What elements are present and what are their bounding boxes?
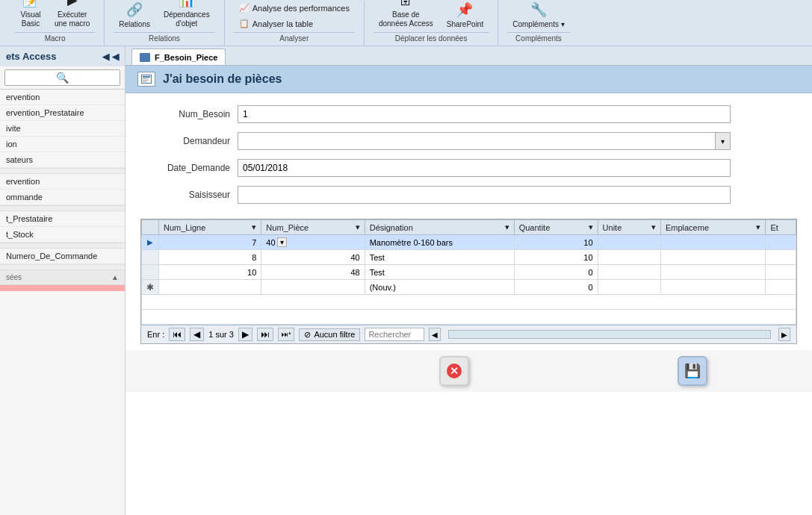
cell-unite-new[interactable] [598, 280, 660, 295]
cell-num-piece-2[interactable]: 40 [261, 250, 365, 265]
executer-macro-button[interactable]: ▶ Exécuterune macro [49, 0, 95, 31]
cell-extra-1[interactable] [766, 235, 796, 250]
nav-first-btn[interactable]: ⏮ [169, 328, 185, 341]
cell-unite-2[interactable] [598, 250, 660, 265]
sidebar-item-ivite[interactable]: ivite [0, 121, 125, 137]
complements-button[interactable]: 🔧 Compléments ▾ [507, 0, 569, 31]
base-access-button[interactable]: 🗄 Base dedonnées Access [374, 0, 438, 31]
nav-scroll-right-btn[interactable]: ▶ [778, 328, 790, 341]
sidebar-item-numero-commande[interactable]: Numero_De_Commande [0, 249, 125, 264]
cell-num-ligne-3[interactable]: 10 [159, 265, 261, 280]
th-quantite[interactable]: Quantite▾ [514, 220, 598, 235]
table-body: ▶ 7 40 ▾ Manomètre 0-160 bars 10 [142, 235, 796, 325]
dependances-button[interactable]: 📊 Dépendancesd'objet [158, 0, 215, 31]
ribbon-deplacer-group: 🗄 Base dedonnées Access 📌 SharePoint Dép… [365, 0, 498, 46]
cell-unite-1[interactable] [598, 235, 660, 250]
relations-label: Relations [119, 20, 150, 28]
cell-unite-3[interactable] [598, 265, 660, 280]
tab-bar: F_Besoin_Piece [125, 46, 812, 66]
cell-extra-3[interactable] [766, 265, 796, 280]
cell-quantite-3[interactable]: 0 [514, 265, 598, 280]
cancel-button[interactable]: ✕ [439, 356, 469, 386]
sidebar-search-input[interactable] [4, 69, 120, 86]
dependances-label: Dépendancesd'objet [164, 10, 210, 28]
demandeur-input[interactable] [238, 132, 716, 150]
cell-num-ligne-new[interactable] [159, 280, 261, 295]
sidebar-item-ervention2[interactable]: ervention [0, 174, 125, 190]
cell-num-piece-1[interactable]: 40 ▾ [261, 235, 365, 250]
cell-emplacement-1[interactable] [660, 235, 765, 250]
content-area: F_Besoin_Piece J'ai besoin de pièces Num… [125, 46, 812, 515]
sidebar-section-sees[interactable]: sées ▲ [0, 270, 125, 285]
row-indicator-1: ▶ [142, 235, 159, 250]
save-button[interactable]: 💾 [678, 356, 707, 386]
sidebar-item-intervention[interactable]: ervention [0, 90, 125, 105]
nav-last-btn[interactable]: ⏭ [257, 328, 273, 341]
sidebar-section-label: sées [6, 273, 22, 281]
sidebar-collapse-btn[interactable]: ◀ [102, 52, 109, 62]
cell-num-ligne-2[interactable]: 8 [159, 250, 261, 265]
cell-extra-new[interactable] [766, 280, 796, 295]
form-title: J'ai besoin de pièces [163, 72, 282, 86]
filter-button[interactable]: ⊘ Aucun filtre [299, 328, 360, 341]
sidebar-item-ion[interactable]: ion [0, 137, 125, 152]
ribbon-complements-group: 🔧 Compléments ▾ Compléments [498, 0, 578, 46]
cell-num-ligne-1[interactable]: 7 [159, 235, 261, 250]
nav-prev-btn[interactable]: ◀ [190, 328, 204, 341]
cell-quantite-1[interactable]: 10 [514, 235, 598, 250]
nav-next-btn[interactable]: ▶ [238, 328, 252, 341]
cell-quantite-new[interactable]: 0 [514, 280, 598, 295]
num-piece-dropdown-1[interactable]: ▾ [277, 237, 287, 247]
th-unite[interactable]: Unite▾ [598, 220, 660, 235]
th-designation[interactable]: Désignation▾ [365, 220, 514, 235]
cell-quantite-2[interactable]: 10 [514, 250, 598, 265]
ribbon-macro-group: 📝 VisualBasic ▶ Exécuterune macro Macro [6, 0, 105, 46]
cell-designation-1[interactable]: Manomètre 0-160 bars [365, 235, 514, 250]
table-row[interactable]: 8 40 Test 10 [142, 250, 796, 265]
cell-designation-new[interactable]: (Nouv.) [365, 280, 514, 295]
table-header: Num_Ligne▾ Num_Pièce▾ Désignation▾ Quant… [142, 220, 796, 235]
svg-rect-5 [143, 81, 147, 82]
sidebar-item-ommande[interactable]: ommande [0, 190, 125, 205]
demandeur-dropdown-btn[interactable]: ▾ [716, 132, 731, 150]
cell-designation-3[interactable]: Test [365, 265, 514, 280]
sidebar-expand-btn[interactable]: ◀ [112, 52, 119, 62]
cell-num-piece-3[interactable]: 48 [261, 265, 365, 280]
ribbon-relations-buttons: 🔗 Relations 📊 Dépendancesd'objet [114, 0, 214, 31]
sidebar-item-intervention-prestataire[interactable]: ervention_Prestataire [0, 105, 125, 121]
cell-emplacement-new[interactable] [660, 280, 765, 295]
table-new-row[interactable]: ✱ (Nouv.) 0 [142, 280, 796, 295]
date-demande-input[interactable] [238, 159, 731, 177]
visual-basic-button[interactable]: 📝 VisualBasic [15, 0, 46, 31]
analyse-perf-icon: 📈 [239, 3, 250, 13]
cell-emplacement-3[interactable] [660, 265, 765, 280]
date-demande-label: Date_Demande [140, 163, 230, 173]
analyse-performances-button[interactable]: 📈 Analyse des performances [234, 1, 355, 15]
th-extra[interactable]: Et [766, 220, 796, 235]
th-num-piece[interactable]: Num_Pièce▾ [261, 220, 365, 235]
tab-f-besoin-piece[interactable]: F_Besoin_Piece [131, 49, 226, 65]
table-row[interactable]: ▶ 7 40 ▾ Manomètre 0-160 bars 10 [142, 235, 796, 250]
num-besoin-input[interactable] [238, 105, 731, 123]
cell-num-piece-new[interactable] [261, 280, 365, 295]
sharepoint-button[interactable]: 📌 SharePoint [441, 0, 489, 31]
cell-extra-2[interactable] [766, 250, 796, 265]
th-num-ligne[interactable]: Num_Ligne▾ [159, 220, 261, 235]
saisisseur-input[interactable] [238, 186, 731, 204]
sidebar-item-t-stock[interactable]: t_Stock [0, 227, 125, 243]
cell-emplacement-2[interactable] [660, 250, 765, 265]
sidebar-item-t-prestataire[interactable]: t_Prestataire [0, 211, 125, 227]
table-row[interactable]: 10 48 Test 0 [142, 265, 796, 280]
cell-designation-2[interactable]: Test [365, 250, 514, 265]
sidebar-item-sateurs[interactable]: sateurs [0, 152, 125, 168]
cancel-icon: ✕ [447, 363, 462, 378]
nav-new-btn[interactable]: ⏭* [278, 328, 295, 341]
analyser-table-label: Analyser la table [252, 19, 313, 28]
nav-scroll-left-btn[interactable]: ◀ [429, 328, 441, 341]
nav-scrollbar[interactable] [448, 330, 771, 339]
relations-button[interactable]: 🔗 Relations [114, 0, 155, 31]
row-indicator-3 [142, 265, 159, 280]
th-emplacement[interactable]: Emplaceme▾ [660, 220, 765, 235]
search-nav-input[interactable] [365, 328, 424, 341]
analyser-table-button[interactable]: 📋 Analyser la table [234, 16, 355, 31]
